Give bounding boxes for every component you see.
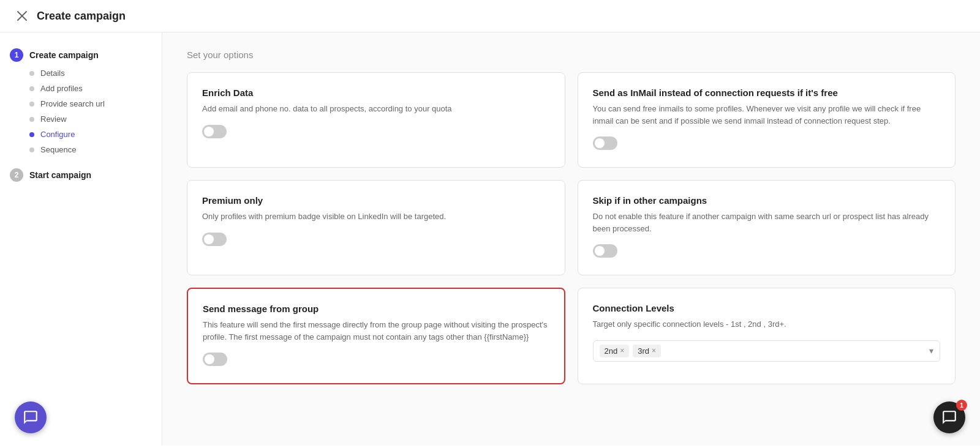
step-1-title: Create campaign <box>29 50 99 60</box>
configure-dot <box>29 132 34 137</box>
connection-levels-desc: Target only specific connection levels -… <box>593 318 941 330</box>
sidebar-item-sequence[interactable]: Sequence <box>29 142 152 157</box>
enrich-data-title: Enrich Data <box>202 88 550 98</box>
connection-levels-card: Connection Levels Target only specific c… <box>578 288 956 384</box>
provide-search-url-dot <box>29 102 34 106</box>
step-1-header: 1 Create campaign <box>10 45 152 65</box>
tag-2nd: 2nd × <box>600 345 630 357</box>
enrich-data-desc: Add email and phone no. data to all pros… <box>202 103 550 115</box>
left-chat-button[interactable] <box>15 401 47 433</box>
add-profiles-dot <box>29 86 34 91</box>
premium-only-card: Premium only Only profiles with premium … <box>187 180 565 275</box>
sidebar-item-provide-search-url[interactable]: Provide search url <box>29 96 152 111</box>
cards-grid: Enrich Data Add email and phone no. data… <box>187 72 956 384</box>
provide-search-url-label: Provide search url <box>40 99 105 108</box>
right-chat-button[interactable]: 1 <box>933 401 965 433</box>
step-2-number: 2 <box>10 168 23 182</box>
configure-label: Configure <box>40 130 75 139</box>
review-dot <box>29 117 34 122</box>
close-button[interactable] <box>15 9 29 23</box>
step-2-title: Start campaign <box>29 170 91 180</box>
premium-only-title: Premium only <box>202 195 550 206</box>
skip-campaigns-desc: Do not enable this feature if another ca… <box>593 211 941 234</box>
sidebar-item-details[interactable]: Details <box>29 65 152 81</box>
step-1-group: 1 Create campaign Details Add profiles P… <box>0 45 162 157</box>
send-as-inmail-toggle[interactable] <box>593 136 617 150</box>
sidebar-item-review[interactable]: Review <box>29 111 152 127</box>
tag-3rd-close[interactable]: × <box>652 346 656 355</box>
sequence-label: Sequence <box>40 145 77 154</box>
send-as-inmail-desc: You can send free inmails to some profil… <box>593 103 941 127</box>
details-dot <box>29 71 34 76</box>
sidebar: 1 Create campaign Details Add profiles P… <box>0 32 162 446</box>
add-profiles-label: Add profiles <box>40 84 83 93</box>
send-message-group-toggle[interactable] <box>203 353 227 366</box>
notification-badge: 1 <box>956 400 967 411</box>
connection-levels-tags-container[interactable]: 2nd × 3rd × ▾ <box>593 340 941 362</box>
sequence-dot <box>29 147 34 152</box>
send-message-group-desc: This feature will send the first message… <box>203 319 549 343</box>
tags-chevron-icon: ▾ <box>929 346 933 356</box>
tag-3rd: 3rd × <box>633 345 661 357</box>
send-as-inmail-card: Send as InMail instead of connection req… <box>578 72 956 168</box>
enrich-data-toggle[interactable] <box>202 125 227 138</box>
send-message-group-card: Send message from group This feature wil… <box>187 288 565 384</box>
page-title: Create campaign <box>37 10 126 23</box>
sidebar-item-configure[interactable]: Configure <box>29 127 152 142</box>
tag-2nd-label: 2nd <box>605 346 618 356</box>
send-message-group-title: Send message from group <box>203 304 549 314</box>
tag-3rd-label: 3rd <box>638 346 649 356</box>
review-label: Review <box>40 114 67 124</box>
send-as-inmail-title: Send as InMail instead of connection req… <box>593 88 941 98</box>
step-2-group: 2 Start campaign <box>0 165 162 185</box>
premium-only-toggle[interactable] <box>202 233 227 246</box>
step-2-header: 2 Start campaign <box>10 165 152 185</box>
skip-campaigns-title: Skip if in other campaigns <box>593 195 941 206</box>
details-label: Details <box>40 69 65 78</box>
connection-levels-title: Connection Levels <box>593 303 941 313</box>
skip-campaigns-toggle[interactable] <box>593 244 617 258</box>
header: Create campaign <box>0 0 980 32</box>
tag-2nd-close[interactable]: × <box>620 346 624 355</box>
step-1-items: Details Add profiles Provide search url … <box>10 65 152 157</box>
skip-campaigns-card: Skip if in other campaigns Do not enable… <box>578 180 956 275</box>
enrich-data-card: Enrich Data Add email and phone no. data… <box>187 72 565 168</box>
premium-only-desc: Only profiles with premium badge visible… <box>202 211 550 223</box>
main-layout: 1 Create campaign Details Add profiles P… <box>0 32 980 446</box>
section-title: Set your options <box>187 50 956 60</box>
content-area: Set your options Enrich Data Add email a… <box>162 32 980 446</box>
step-1-number: 1 <box>10 48 23 62</box>
sidebar-item-add-profiles[interactable]: Add profiles <box>29 81 152 96</box>
